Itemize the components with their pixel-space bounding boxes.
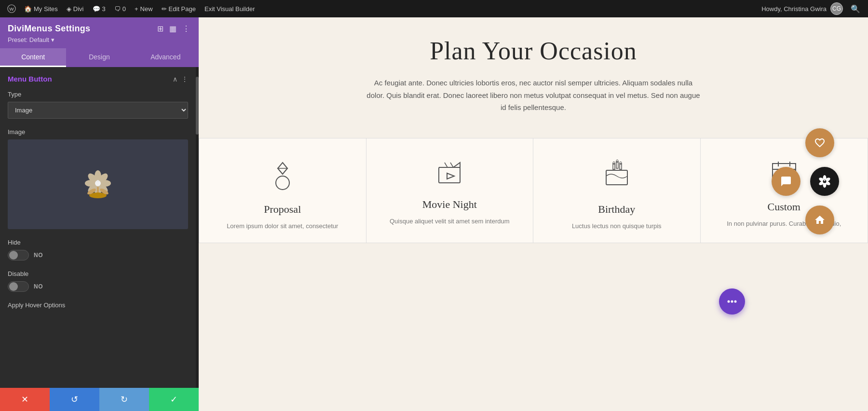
admin-bar-comments[interactable]: 💬 3	[89, 0, 109, 17]
type-field-group: Type Image	[8, 91, 188, 119]
fab-button[interactable]	[719, 288, 745, 315]
movie-title: Movie Night	[422, 198, 477, 211]
disable-toggle-track	[8, 281, 29, 292]
admin-bar-drafts[interactable]: 🗨 0	[110, 0, 130, 17]
menu-icon-home[interactable]	[805, 206, 834, 234]
avatar[interactable]: CG	[830, 2, 843, 15]
menu-icon-wrench[interactable]	[805, 128, 834, 157]
disable-toggle[interactable]	[8, 281, 29, 292]
tab-design[interactable]: Design	[66, 48, 132, 67]
edit-icon: ✏	[162, 5, 167, 13]
preset-selector[interactable]: Preset: Default ▾	[8, 36, 191, 43]
forward-button[interactable]: ↻	[99, 388, 149, 411]
main-area: DiviMenus Settings ⊞ ▦ ⋮ Preset: Default…	[0, 17, 868, 411]
proposal-desc: Lorem ipsum dolor sit amet, consectetur	[227, 221, 338, 232]
disable-toggle-label: NO	[34, 283, 43, 290]
search-icon[interactable]: 🔍	[847, 4, 864, 14]
section-more-icon[interactable]: ⋮	[181, 75, 188, 83]
cards-grid: Proposal Lorem ipsum dolor sit amet, con…	[199, 138, 868, 244]
grid-icon[interactable]: ▦	[168, 23, 177, 34]
page-description: Ac feugiat ante. Donec ultricies loborti…	[365, 77, 702, 114]
more-icon[interactable]: ⋮	[181, 23, 191, 34]
svg-point-27	[734, 301, 737, 303]
wp-logo[interactable]: W	[4, 0, 19, 17]
admin-bar-right: Howdy, Christina Gwira CG 🔍	[761, 2, 864, 15]
back-button[interactable]: ↺	[50, 388, 99, 411]
admin-bar-divi[interactable]: ◈ Divi	[63, 0, 88, 17]
howdy-text: Howdy, Christina Gwira	[761, 5, 827, 13]
chevron-down-icon: ▾	[51, 36, 54, 43]
panel-header: DiviMenus Settings ⊞ ▦ ⋮ Preset: Default…	[0, 17, 199, 48]
admin-bar: W 🏠 My Sites ◈ Divi 💬 3 🗨 0 + New ✏ Edit…	[0, 0, 868, 17]
movie-desc: Quisque aliquet velit sit amet sem inter…	[390, 217, 510, 227]
svg-point-11	[97, 180, 99, 182]
image-preview[interactable]	[8, 139, 188, 229]
svg-rect-31	[439, 167, 460, 183]
right-content: Plan Your Occasion Ac feugiat ante. Done…	[199, 17, 868, 411]
type-select[interactable]: Image	[8, 102, 188, 119]
image-field-group: Image	[8, 128, 188, 229]
cancel-button[interactable]: ✕	[0, 388, 50, 411]
birthday-icon	[602, 158, 631, 195]
confirm-button[interactable]: ✓	[149, 388, 199, 411]
admin-bar-exit-builder[interactable]: Exit Visual Builder	[201, 0, 259, 17]
bottom-bar: ✕ ↺ ↻ ✓	[0, 388, 199, 411]
admin-bar-mysites[interactable]: 🏠 My Sites	[20, 0, 62, 17]
tab-content[interactable]: Content	[0, 48, 66, 67]
svg-point-41	[620, 162, 622, 164]
apply-hover-label: Apply Hover Options	[8, 301, 188, 309]
hide-toggle-track	[8, 250, 29, 260]
hide-toggle-group: Hide NO	[8, 239, 188, 260]
svg-point-23	[824, 180, 826, 181]
svg-point-40	[616, 160, 618, 163]
hide-label: Hide	[8, 239, 188, 246]
disable-toggle-row: NO	[8, 281, 188, 292]
layout-icon[interactable]: ⊞	[156, 23, 164, 34]
disable-toggle-group: Disable NO	[8, 270, 188, 292]
menu-icon-home-container	[805, 206, 834, 234]
hide-toggle[interactable]	[8, 250, 29, 260]
panel-header-icons: ⊞ ▦ ⋮	[156, 23, 191, 34]
panel-title: DiviMenus Settings	[8, 24, 90, 34]
type-label: Type	[8, 91, 188, 98]
admin-bar-left: W 🏠 My Sites ◈ Divi 💬 3 🗨 0 + New ✏ Edit…	[4, 0, 760, 17]
home-icon: 🏠	[24, 5, 32, 13]
card-movie: Movie Night Quisque aliquet velit sit am…	[366, 138, 534, 243]
menu-middle-row	[772, 167, 839, 196]
birthday-desc: Luctus lectus non quisque turpis	[572, 221, 662, 232]
tab-advanced[interactable]: Advanced	[133, 48, 199, 67]
logo-svg	[81, 166, 115, 203]
movie-icon	[435, 158, 464, 191]
svg-marker-29	[278, 168, 287, 174]
panel-title-row: DiviMenus Settings ⊞ ▦ ⋮	[8, 23, 191, 34]
disable-toggle-thumb	[9, 282, 18, 291]
section-title: Menu Button	[8, 75, 52, 83]
hide-toggle-thumb	[9, 251, 18, 260]
panel-body: Menu Button ∧ ⋮ Type Image Image	[0, 67, 196, 388]
svg-point-25	[728, 301, 730, 303]
menu-icon-wrench-container	[805, 128, 834, 157]
left-panel: DiviMenus Settings ⊞ ▦ ⋮ Preset: Default…	[0, 17, 199, 411]
hide-toggle-row: NO	[8, 250, 188, 260]
admin-bar-new[interactable]: + New	[131, 0, 157, 17]
hide-toggle-label: NO	[34, 252, 43, 259]
menu-icon-flower-dark[interactable]	[810, 167, 839, 196]
floating-menu	[772, 128, 839, 234]
svg-text:W: W	[9, 6, 14, 12]
menu-icon-chat[interactable]	[772, 167, 800, 196]
page-title: Plan Your Occasion	[237, 37, 829, 65]
section-header: Menu Button ∧ ⋮	[8, 75, 188, 83]
svg-marker-32	[439, 163, 460, 167]
section-icons: ∧ ⋮	[173, 75, 188, 83]
birthday-title: Birthday	[598, 203, 635, 216]
proposal-title: Proposal	[264, 203, 301, 216]
image-label: Image	[8, 128, 188, 136]
collapse-icon[interactable]: ∧	[173, 75, 177, 83]
comment-icon: 💬	[93, 5, 100, 13]
page-content: Plan Your Occasion Ac feugiat ante. Done…	[199, 17, 868, 114]
svg-marker-35	[447, 173, 454, 179]
admin-bar-edit-page[interactable]: ✏ Edit Page	[158, 0, 200, 17]
plus-icon: +	[135, 5, 138, 13]
panel-tabs: Content Design Advanced	[0, 48, 199, 67]
svg-point-30	[276, 176, 289, 190]
